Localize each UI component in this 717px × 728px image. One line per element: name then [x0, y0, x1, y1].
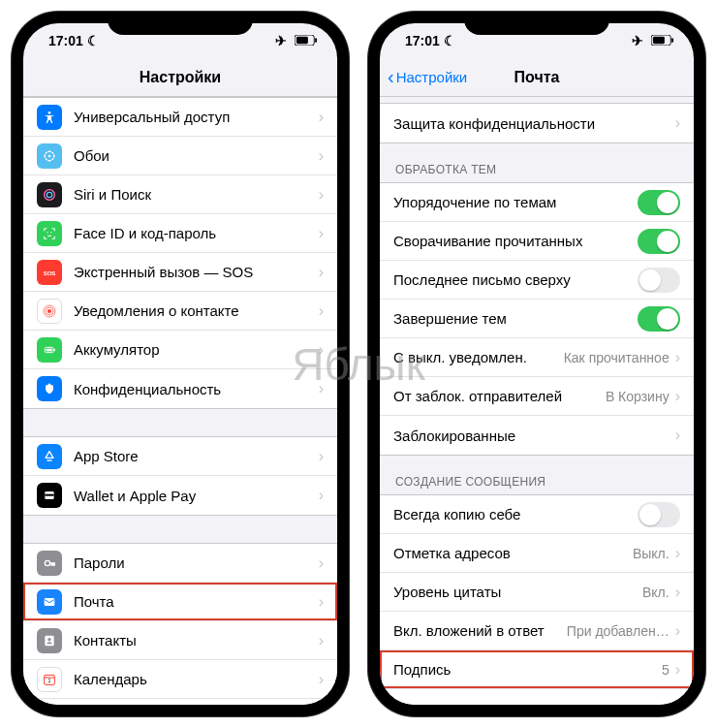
passwords-icon: [37, 551, 62, 576]
mail-row[interactable]: Всегда копию себе: [380, 495, 694, 534]
appstore-icon: [37, 444, 62, 469]
chevron-right-icon: ›: [319, 671, 324, 688]
row-label: Вкл. вложений в ответ: [393, 622, 567, 639]
chevron-right-icon: ›: [675, 622, 680, 640]
back-button[interactable]: ‹ Настройки: [388, 66, 467, 88]
svg-rect-36: [671, 38, 673, 43]
wallet-icon: [37, 483, 62, 508]
settings-row-wallpaper[interactable]: Обои›: [23, 137, 337, 175]
sos-icon: SOS: [37, 260, 62, 285]
row-label: Siri и Поиск: [74, 186, 319, 203]
toggle[interactable]: [638, 190, 680, 215]
row-label: Сворачивание прочитанных: [393, 233, 638, 249]
moon-icon: ☾: [444, 33, 456, 48]
chevron-right-icon: ›: [319, 487, 324, 504]
chevron-right-icon: ›: [319, 302, 324, 320]
calendar-icon: 1: [37, 667, 62, 692]
wallpaper-icon: [37, 143, 62, 169]
chevron-right-icon: ›: [319, 225, 324, 242]
settings-row-sos[interactable]: SOSЭкстренный вызов — SOS›: [23, 253, 337, 292]
screen-right: 17:01 ☾ ✈ ‹ Настройки Почта Защита конфи…: [380, 23, 694, 705]
row-label: Последнее письмо сверху: [393, 271, 638, 288]
row-detail: 5: [662, 662, 670, 678]
chevron-right-icon: ›: [675, 545, 680, 562]
svg-text:SOS: SOS: [44, 269, 56, 275]
chevron-right-icon: ›: [675, 700, 680, 705]
chevron-right-icon: ›: [319, 341, 324, 359]
row-label: Обои: [74, 147, 319, 164]
row-detail: Как прочитанное: [564, 350, 670, 365]
notch: [108, 12, 253, 35]
chevron-right-icon: ›: [319, 593, 324, 611]
row-label: Конфиденциальность: [74, 381, 319, 397]
mail-row[interactable]: Уч. зап. по умолчанию›: [380, 689, 694, 705]
mail-row[interactable]: Сворачивание прочитанных: [380, 222, 694, 261]
chevron-right-icon: ›: [675, 349, 680, 366]
mail-row[interactable]: С выкл. уведомлен.Как прочитанное›: [380, 338, 694, 377]
section-header: ОБРАБОТКА ТЕМ: [380, 143, 694, 182]
row-label: Face ID и код-пароль: [74, 225, 319, 241]
chevron-right-icon: ›: [319, 554, 324, 572]
settings-row-battery[interactable]: Аккумулятор›: [23, 331, 337, 369]
screen-left: 17:01 ☾ ✈ Настройки Универсальный доступ…: [23, 23, 337, 705]
settings-row-appstore[interactable]: App Store›: [23, 437, 337, 476]
settings-row-mail[interactable]: Почта›: [23, 583, 337, 621]
privacy-icon: [37, 376, 62, 401]
mail-row[interactable]: Уровень цитатыВкл.›: [380, 573, 694, 612]
toggle[interactable]: [638, 306, 680, 332]
moon-icon: ☾: [87, 33, 100, 48]
svg-rect-2: [315, 38, 317, 43]
mail-row[interactable]: Последнее письмо сверху: [380, 261, 694, 300]
chevron-left-icon: ‹: [388, 66, 394, 88]
mail-row[interactable]: Защита конфиденциальности›: [380, 104, 694, 142]
row-detail: В Корзину: [606, 389, 670, 404]
mail-row[interactable]: Упорядочение по темам: [380, 183, 694, 222]
row-label: Экстренный вызов — SOS: [74, 264, 319, 280]
mail-row[interactable]: От заблок. отправителейВ Корзину›: [380, 377, 694, 416]
settings-row-privacy[interactable]: Конфиденциальность›: [23, 369, 337, 408]
settings-row-faceid[interactable]: Face ID и код-пароль›: [23, 214, 337, 253]
settings-row-passwords[interactable]: Пароли›: [23, 544, 337, 583]
phone-right: 17:01 ☾ ✈ ‹ Настройки Почта Защита конфи…: [368, 12, 705, 716]
nav-bar-right: ‹ Настройки Почта: [380, 58, 694, 97]
svg-point-3: [48, 111, 51, 114]
content-left[interactable]: Универсальный доступ›Обои›Siri и Поиск›F…: [23, 97, 337, 705]
settings-row-notes[interactable]: Заметки›: [23, 699, 337, 705]
notch: [464, 12, 609, 35]
settings-row-exposure[interactable]: Уведомления о контакте›: [23, 292, 337, 331]
mail-row[interactable]: Отметка адресовВыкл.›: [380, 534, 694, 573]
chevron-right-icon: ›: [319, 109, 324, 126]
toggle[interactable]: [638, 268, 680, 293]
svg-rect-19: [45, 494, 53, 496]
row-label: Почта: [74, 593, 319, 610]
svg-rect-21: [45, 598, 55, 606]
settings-row-accessibility[interactable]: Универсальный доступ›: [23, 98, 337, 137]
settings-row-contacts[interactable]: Контакты›: [23, 621, 337, 660]
chevron-right-icon: ›: [319, 448, 324, 465]
chevron-right-icon: ›: [675, 114, 680, 132]
svg-point-11: [47, 309, 51, 313]
settings-row-calendar[interactable]: 1Календарь›: [23, 660, 337, 699]
accessibility-icon: [37, 105, 62, 130]
toggle[interactable]: [638, 502, 680, 527]
settings-row-wallet[interactable]: Wallet и Apple Pay›: [23, 476, 337, 515]
exposure-icon: [37, 299, 62, 324]
battery-icon: [295, 33, 318, 48]
mail-row[interactable]: Вкл. вложений в ответПри добавлен…›: [380, 612, 694, 650]
content-right[interactable]: Защита конфиденциальности›ОБРАБОТКА ТЕМУ…: [380, 97, 694, 705]
mail-row[interactable]: Подпись5›: [380, 650, 694, 689]
mail-row[interactable]: Завершение тем: [380, 300, 694, 338]
svg-point-6: [45, 189, 55, 200]
back-label: Настройки: [396, 69, 468, 85]
settings-row-siri[interactable]: Siri и Поиск›: [23, 175, 337, 214]
toggle[interactable]: [638, 229, 680, 254]
status-time: 17:01: [48, 33, 83, 48]
row-label: Универсальный доступ: [74, 109, 319, 125]
mail-row[interactable]: Заблокированные›: [380, 416, 694, 455]
svg-rect-35: [653, 37, 665, 44]
chevron-right-icon: ›: [675, 427, 680, 444]
row-detail: Выкл.: [633, 546, 670, 561]
svg-rect-15: [54, 348, 55, 351]
row-label: Уровень цитаты: [393, 584, 642, 600]
chevron-right-icon: ›: [675, 584, 680, 601]
